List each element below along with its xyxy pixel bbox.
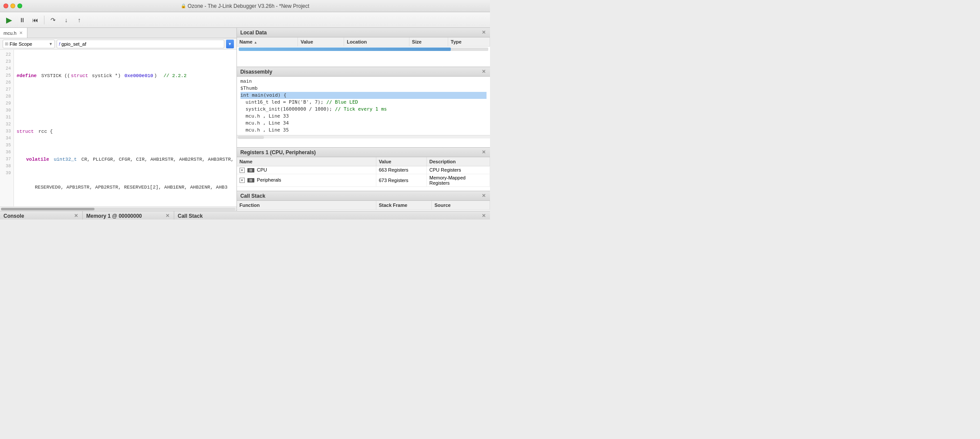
dis-line-main: main xyxy=(240,78,487,85)
dis-line-thumb: $Thumb xyxy=(240,85,487,92)
line-num-27: 27 xyxy=(0,86,14,93)
line-num-34: 34 xyxy=(0,135,14,142)
reg-col-value: Value xyxy=(376,157,426,166)
reg-col-description: Description xyxy=(426,157,490,166)
dis-line-systick: systick_init(16000000 / 1000); // Tick e… xyxy=(246,106,487,113)
editor-tab[interactable]: mcu.h ✕ xyxy=(0,28,27,38)
sort-arrow: ▲ xyxy=(254,41,257,44)
toolbar: ▶ ⏸ ⏮ ↷ ↓ ↑ xyxy=(0,12,490,28)
console-close-button[interactable]: ✕ xyxy=(73,213,79,219)
line-num-29: 29 xyxy=(0,100,14,107)
step-over-button[interactable]: ↷ xyxy=(47,14,59,26)
scope-selector[interactable]: ⊞ File Scope ▼ xyxy=(3,40,55,48)
registers-header: Registers 1 (CPU, Peripherals) ✕ xyxy=(237,148,490,157)
col-value[interactable]: Value xyxy=(298,37,344,46)
disassembly-header: Disassembly ✕ xyxy=(237,67,490,77)
periph-chip-icon: ▦ xyxy=(247,178,254,182)
line-num-23: 23 xyxy=(0,58,14,65)
line-num-26: 26 xyxy=(0,79,14,86)
local-data-header-row: Name ▲ Value Location Size Type xyxy=(237,37,490,46)
periph-expand-icon[interactable]: + xyxy=(240,178,245,183)
minimize-button[interactable] xyxy=(10,3,15,8)
col-type[interactable]: Type xyxy=(448,37,490,46)
step-out-button[interactable]: ↑ xyxy=(74,14,85,26)
registers-table: Name Value Description + ▦ CPU 663 Regis… xyxy=(237,157,490,187)
callstack-header-row: Function Stack Frame Source xyxy=(237,201,490,209)
editor-scrollbar[interactable] xyxy=(0,206,237,211)
line-num-37: 37 xyxy=(0,156,14,163)
registers-title: Registers 1 (CPU, Peripherals) xyxy=(240,149,316,155)
line-numbers: 22 23 24 25 26 27 28 29 30 31 32 33 34 3… xyxy=(0,50,14,206)
console-header: Console ✕ xyxy=(0,211,82,220)
lock-icon: 🔒 xyxy=(181,3,186,8)
callstack-title: Call Stack xyxy=(240,193,265,199)
callstack-bottom-close-button[interactable]: ✕ xyxy=(480,213,487,219)
line-num-32: 32 xyxy=(0,121,14,128)
scope-dropdown-icon: ▼ xyxy=(49,42,53,46)
step-into-button[interactable]: ↓ xyxy=(61,14,72,26)
line-num-30: 30 xyxy=(0,107,14,114)
reg-row-peripherals: + ▦ Peripherals 673 Registers Memory-Map… xyxy=(237,174,490,186)
dis-line-main-void: int main(void) { xyxy=(240,92,487,99)
line-num-28: 28 xyxy=(0,93,14,100)
bottom-layout: Console ✕ Disabled output of control cha… xyxy=(0,211,490,220)
line-num-35: 35 xyxy=(0,142,14,149)
function-dropdown-button[interactable]: ▼ xyxy=(226,40,234,48)
callstack-bottom-title: Call Stack xyxy=(178,213,203,219)
cpu-chip-icon: ▦ xyxy=(247,168,254,172)
dis-line-ref34: mcu.h , Line 34 xyxy=(246,120,487,127)
console-panel: Console ✕ Disabled output of control cha… xyxy=(0,211,83,220)
editor-scrollbar-thumb xyxy=(1,208,95,210)
reg-cell-cpu-value: 663 Registers xyxy=(376,166,426,174)
cpu-expand-icon[interactable]: + xyxy=(240,168,245,173)
main-layout: mcu.h ✕ ⊞ File Scope ▼ f gpio_set_af ▼ 2… xyxy=(0,28,490,211)
close-button[interactable] xyxy=(3,3,8,8)
col-name[interactable]: Name ▲ xyxy=(237,37,298,46)
callstack-bottom-header: Call Stack ✕ xyxy=(174,211,490,220)
code-line-24: struct rcc { xyxy=(17,128,234,135)
periph-label: Peripherals xyxy=(257,177,281,182)
line-num-33: 33 xyxy=(0,128,14,135)
disassembly-panel: Disassembly ✕ main $Thumb int main(void)… xyxy=(237,67,490,148)
play-button[interactable]: ▶ xyxy=(3,14,15,26)
code-line-26: RESERVED0, APB1RSTR, APB2RSTR, RESERVED1… xyxy=(17,184,234,191)
local-data-close-button[interactable]: ✕ xyxy=(480,30,487,36)
line-num-24: 24 xyxy=(0,65,14,72)
disassembly-content: main $Thumb int main(void) { uint16_t le… xyxy=(237,77,490,135)
local-data-table: Name ▲ Value Location Size Type xyxy=(237,37,490,47)
col-size[interactable]: Size xyxy=(409,37,448,46)
memory-panel: Memory 1 @ 00000000 ✕ 00000000 █. .. .. … xyxy=(83,211,174,220)
dis-line-ref35: mcu.h , Line 35 xyxy=(246,127,487,134)
callstack-close-button[interactable]: ✕ xyxy=(480,193,487,199)
reg-cell-periph-value: 673 Registers xyxy=(376,174,426,186)
memory-title: Memory 1 @ 00000000 xyxy=(86,213,142,219)
window-title: 🔒 Ozone - The J-Link Debugger V3.26h - *… xyxy=(181,3,309,9)
cs-col-stackframe: Stack Frame xyxy=(376,201,432,209)
line-num-38: 38 xyxy=(0,163,14,170)
memory-close-button[interactable]: ✕ xyxy=(164,213,170,219)
scope-label: File Scope xyxy=(10,41,32,47)
function-icon: f xyxy=(59,41,60,47)
line-num-31: 31 xyxy=(0,114,14,121)
disassembly-scrollbar[interactable] xyxy=(237,135,490,138)
scope-icon: ⊞ xyxy=(5,41,8,46)
reset-button[interactable]: ⏮ xyxy=(30,14,41,26)
pause-button[interactable]: ⏸ xyxy=(17,14,28,26)
fullscreen-button[interactable] xyxy=(17,3,22,8)
right-panel: Local Data ✕ Name ▲ Value Location Size … xyxy=(237,28,490,211)
reg-cell-cpu-name: + ▦ CPU xyxy=(237,166,376,174)
disassembly-close-button[interactable]: ✕ xyxy=(480,69,487,75)
col-location[interactable]: Location xyxy=(344,37,409,46)
cs-col-function: Function xyxy=(237,201,376,209)
titlebar: 🔒 Ozone - The J-Link Debugger V3.26h - *… xyxy=(0,0,490,12)
code-line-23 xyxy=(17,100,234,107)
tab-close-button[interactable]: ✕ xyxy=(18,30,24,36)
editor-scrollbar-track xyxy=(1,208,236,210)
progress-bar-fill xyxy=(239,47,451,51)
cs-col-source: Source xyxy=(432,201,490,209)
dis-line-led: uint16_t led = PIN('B', 7); // Blue LED xyxy=(246,99,487,106)
reg-row-cpu: + ▦ CPU 663 Registers CPU Registers xyxy=(237,166,490,174)
editor-toolbar: ⊞ File Scope ▼ f gpio_set_af ▼ xyxy=(0,38,237,50)
code-area: 22 23 24 25 26 27 28 29 30 31 32 33 34 3… xyxy=(0,50,237,206)
registers-close-button[interactable]: ✕ xyxy=(480,149,487,155)
